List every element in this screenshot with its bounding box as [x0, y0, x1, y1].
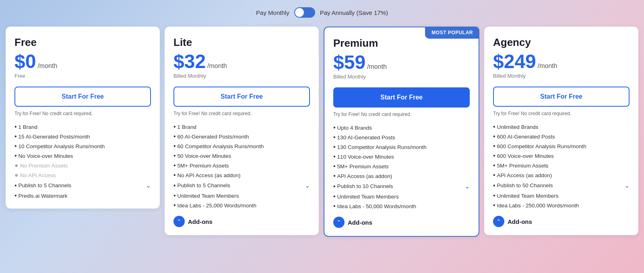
- feature-item: • 60 Competitor Analysis Runs/month: [173, 141, 310, 151]
- bullet: •: [333, 173, 336, 179]
- plan-card-lite: Lite $32 /month Billed Monthly Start For…: [165, 27, 319, 235]
- chevron-down-icon[interactable]: ⌄: [305, 182, 310, 189]
- chevron-down-icon[interactable]: ⌄: [624, 182, 630, 189]
- feature-item: • Unlimited Team Members: [173, 191, 310, 201]
- plan-name: Lite: [173, 36, 310, 49]
- feature-item: • 600 Competitor Analysis Runs/month: [493, 141, 630, 151]
- billing-toggle-switch[interactable]: [294, 7, 315, 18]
- price-row: $59 /month: [333, 53, 470, 72]
- bullet: •: [493, 153, 495, 159]
- bullet: •: [173, 162, 176, 169]
- feature-item: • 110 Voice-over Minutes: [333, 152, 470, 161]
- addons-row[interactable]: ⌃ Add-ons: [173, 216, 310, 227]
- feature-text: 5M+ Premium Assets: [337, 163, 389, 170]
- bullet: •: [173, 124, 176, 130]
- bullet: •: [14, 182, 17, 189]
- price-period: /month: [367, 63, 387, 70]
- bullet: •: [173, 172, 176, 178]
- feature-text: Publish to 10 Channels: [337, 183, 393, 189]
- bullet: •: [493, 182, 495, 189]
- feature-item: ● No Premium Assets: [14, 161, 151, 170]
- feature-text: 60 AI-Generated Posts/month: [178, 134, 249, 140]
- addons-label: Add-ons: [188, 218, 213, 225]
- feature-item: • Publish to 10 Channels ⌄: [333, 181, 470, 192]
- feature-item: • 600 AI-Generated Posts: [493, 132, 630, 141]
- features-list: • 1 Brand • 15 AI-Generated Posts/month …: [14, 122, 151, 201]
- bullet: •: [493, 192, 495, 199]
- price-row: $32 /month: [173, 52, 310, 71]
- feature-text: 110 Voice-over Minutes: [337, 154, 394, 160]
- bullet: ●: [14, 162, 19, 169]
- bullet: •: [173, 143, 176, 149]
- feature-text: Publish to 5 Channels: [19, 182, 71, 188]
- feature-item: • Unlimited Brands: [493, 122, 630, 132]
- feature-text: 600 Competitor Analysis Runs/month: [497, 143, 586, 149]
- bullet: •: [333, 183, 336, 190]
- feature-text: 600 Voice-over Minutes: [497, 153, 554, 159]
- bullet: •: [333, 163, 336, 170]
- billing-label: Billed Monthly: [173, 73, 310, 80]
- feature-item: • Publish to 5 Channels ⌄: [14, 180, 151, 191]
- cta-button-premium[interactable]: Start For Free: [333, 87, 470, 108]
- bullet: •: [333, 124, 336, 131]
- feature-text: 10 Competitor Analysis Runs/month: [19, 143, 105, 149]
- feature-text: No API Access (as addon): [178, 172, 241, 178]
- feature-item: • Upto 4 Brands: [333, 123, 470, 132]
- addons-icon: ⌃: [493, 216, 504, 227]
- bullet: •: [333, 193, 336, 200]
- bullet: •: [493, 162, 495, 169]
- feature-text: API Access (as addon): [497, 172, 552, 178]
- billing-label: Billed Monthly: [333, 74, 470, 81]
- feature-text: Publish to 5 Channels: [178, 182, 230, 188]
- feature-item: • 50 Voice-over Minutes: [173, 151, 310, 161]
- addons-label: Add-ons: [348, 219, 372, 226]
- cta-button-free[interactable]: Start For Free: [14, 87, 151, 107]
- addons-icon: ⌃: [333, 217, 345, 228]
- feature-text: 5M+ Premium Assets: [497, 163, 549, 169]
- feature-text: Upto 4 Brands: [337, 125, 372, 131]
- chevron-down-icon[interactable]: ⌄: [146, 182, 151, 189]
- bullet: •: [493, 143, 495, 149]
- bullet: •: [493, 202, 495, 209]
- addons-icon: ⌃: [173, 216, 185, 227]
- addons-row[interactable]: ⌃ Add-ons: [333, 217, 470, 228]
- feature-item: • Predis.ai Watermark: [14, 191, 151, 201]
- feature-item: • API Access (as addon): [493, 170, 630, 180]
- feature-item: • 5M+ Premium Assets: [173, 161, 310, 170]
- feature-text: 130 AI-Generated Posts: [337, 134, 395, 141]
- feature-text: 130 Competitor Analysis Runs/month: [337, 144, 427, 150]
- cta-button-lite[interactable]: Start For Free: [173, 87, 310, 107]
- feature-item: • 15 AI-Generated Posts/month: [14, 132, 151, 141]
- plan-card-agency: Agency $249 /month Billed Monthly Start …: [484, 27, 638, 235]
- price-amount: $32: [173, 52, 206, 71]
- bullet: •: [173, 133, 176, 140]
- feature-text: No Voice-over Minutes: [19, 153, 73, 159]
- billing-toggle[interactable]: Pay Monthly Pay Annually (Save 17%): [0, 0, 644, 27]
- feature-item: • 1 Brand: [14, 122, 151, 132]
- addons-label: Add-ons: [508, 218, 532, 225]
- feature-text: No Premium Assets: [20, 163, 68, 169]
- feature-text: Unlimited Brands: [497, 124, 539, 130]
- feature-item: • No API Access (as addon): [173, 170, 310, 180]
- no-cc-text: Try for Free! No credit card required.: [14, 111, 151, 116]
- price-row: $0 /month: [14, 52, 151, 71]
- plan-name: Premium: [333, 37, 470, 50]
- bullet: •: [173, 192, 176, 199]
- feature-item: • 130 Competitor Analysis Runs/month: [333, 142, 470, 152]
- bullet: •: [173, 153, 176, 159]
- chevron-down-icon[interactable]: ⌄: [464, 182, 470, 190]
- bullet: •: [14, 153, 17, 159]
- plan-name: Free: [14, 36, 151, 49]
- feature-item: ● No API Access: [14, 170, 151, 180]
- addons-row[interactable]: ⌃ Add-ons: [493, 216, 630, 227]
- feature-text: Predis.ai Watermark: [19, 193, 68, 199]
- bullet: •: [14, 124, 17, 130]
- bullet: •: [14, 192, 17, 199]
- feature-text: Unlimited Team Members: [497, 193, 559, 199]
- cta-button-agency[interactable]: Start For Free: [493, 87, 630, 107]
- price-amount: $0: [14, 52, 36, 71]
- feature-text: 1 Brand: [178, 124, 196, 130]
- feature-text: No API Access: [20, 172, 56, 178]
- price-period: /month: [538, 62, 557, 70]
- feature-item: • Publish to 5 Channels ⌄: [173, 180, 310, 191]
